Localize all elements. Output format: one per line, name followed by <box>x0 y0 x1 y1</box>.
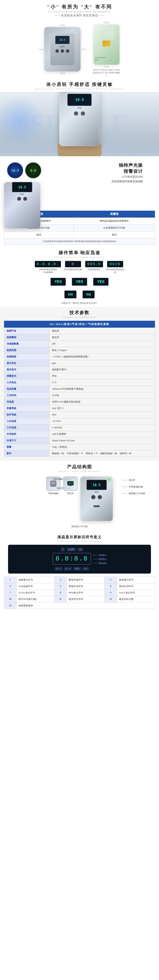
lcd-value-4: 0020 <box>110 262 121 266</box>
lcd-right-labels: 充电指示 报警指示 通道选择 <box>93 554 107 565</box>
lcd-right-label-2: 报警指示 <box>93 558 107 561</box>
alarm-btn-2[interactable] <box>23 197 27 201</box>
symbol-desc-2: 数据序续符号 <box>67 577 105 583</box>
tech-param-15: 工作温度 <box>4 418 49 425</box>
label-power-key-text: 开机键/确认键 <box>129 485 143 488</box>
symbol-desc-5: 警报开启符号 <box>67 583 105 590</box>
lcd-sym-title-cn: 液晶显示屏标识符号意义 <box>4 535 155 539</box>
tech-value-15: -10~40°C <box>49 418 155 425</box>
device-3d-btn-2[interactable] <box>81 111 85 116</box>
tech-param-11: 工作时间 <box>4 392 49 399</box>
tech-param-9: 工作电压 <box>4 379 49 386</box>
device-button-1[interactable] <box>55 49 59 53</box>
device-3d-btn-1[interactable] <box>74 111 78 116</box>
top-slogan-section: "小" 有所为 "大" 有不同 A LITTLE ACTION MAKES A … <box>0 0 159 19</box>
tech-row-6: 显示单位 ppm <box>4 360 155 366</box>
main-device-with-labels: 18.5 nhdz 指示灯 <box>80 477 113 521</box>
features-title-chinese: 体小质轻 手感舒适 按键灵敏 <box>0 81 159 88</box>
symbol-num-13: 13 <box>4 603 16 609</box>
tech-row-9: 工作电压 3.7V <box>4 379 155 386</box>
device-button-2[interactable] <box>61 49 64 53</box>
gauge-row: 18.5 0.0 <box>4 162 44 178</box>
lcd-label-2: 有充等繁琐待机功能 <box>64 268 82 271</box>
main-device-btn-2[interactable] <box>98 495 102 500</box>
device-3d-buttons <box>59 111 100 116</box>
tech-param-4: 检测范围 <box>4 347 49 354</box>
lcd-value-3: 005.0 <box>87 262 101 266</box>
lcd-item-3: 005.0 高低警报设置 <box>85 261 103 274</box>
tech-param-8: 报警形式 <box>4 373 49 379</box>
main-device-screen: 18.5 <box>87 480 107 490</box>
yes-display-1: YES <box>50 278 66 286</box>
alarm-right-content: 独特声光振 报警设计 让气体浓度在达到 高低报警值时能够迅速提醒 <box>48 162 155 187</box>
symbol-row-2: 4 USB连接符号 5 警报开启符号 6 震动开启符号 <box>4 583 155 590</box>
alarm-title-block: 独特声光振 报警设计 让气体浓度在达到 高低报警值时能够迅速提醒 <box>48 162 155 184</box>
label-power-key: 开机键/确认键 <box>121 485 145 488</box>
tech-value-6: ppm <box>49 360 155 366</box>
lcd-sym-display-container: S ALARM CH 8.8:8.8 AL-L AL-H ZERO CAL <box>52 548 91 571</box>
dim-label-card-bottom: 5.4cm <box>104 65 109 68</box>
device-button-3[interactable] <box>66 49 69 53</box>
alarm-feature-title: 独特声光振 报警设计 <box>48 162 143 174</box>
tech-row-15: 工作温度 -10~40°C <box>4 418 155 425</box>
tech-value-18: 92mm×58mm×28.5mm <box>49 438 155 444</box>
label-display-area: 显示区 <box>52 487 71 490</box>
device-screen: 18.5 <box>55 36 69 44</box>
tech-title-cn: 技术参数 <box>4 310 155 316</box>
alarm-device-container: 18.5 0.0 18.5 nhdz <box>4 162 44 208</box>
dim-label-right: 3.1cm <box>81 48 87 50</box>
device-buttons <box>50 49 74 53</box>
lcd-sym-value: 8.8:8.8 <box>55 555 88 563</box>
line-power-key <box>121 487 128 487</box>
alarm-btn-1[interactable] <box>17 197 21 201</box>
indicator-s: S <box>61 548 65 551</box>
tech-value-12: 专用5V/DC磁吸充电充电器 <box>49 399 155 405</box>
tech-row-12: 充电器 专用5V/DC磁吸充电充电器 <box>4 399 155 405</box>
no-grid: no no <box>0 289 159 300</box>
symbol-num-10: 10 <box>4 596 16 603</box>
lcd-label-1: 开机密码验证直接进入功能界面 <box>39 268 57 274</box>
gauge-left: 18.5 <box>7 162 23 178</box>
symbol-num-6: 6 <box>105 583 117 590</box>
lcd-screen-2: 0 <box>65 261 81 267</box>
dim-label-card-top: 8.5cm <box>104 21 109 24</box>
main-device-btn-1[interactable] <box>91 495 96 500</box>
tech-param-16: 工作湿度 <box>4 425 49 431</box>
led-indicator <box>108 479 110 480</box>
symbol-desc-10: 秒字符号(秒计数) <box>16 596 54 603</box>
label-data-port-text: 数据接口/开关键 <box>129 492 145 495</box>
symbol-row-5: 13 低级警报菜单 <box>4 603 155 609</box>
gauge-right: 0.0 <box>25 162 41 178</box>
lcd-alarm-labels-row: AL-L AL-H ZERO CAL <box>55 567 89 571</box>
symbol-num-7: 7 <box>4 590 16 596</box>
main-device-brand: nhdz <box>80 491 113 493</box>
lcd-right-text-3: 通道选择 <box>98 562 107 565</box>
label-indicator-led: 指示灯 <box>121 479 145 482</box>
tech-title-en: TECHNICAL PARAMETERS <box>4 316 155 318</box>
symbol-desc-3: 警报显示符号 <box>117 577 155 583</box>
alarm-device-area: 18.5 0.0 18.5 nhdz <box>4 162 44 208</box>
tech-param-10: 电池容量 <box>4 386 49 392</box>
label-indicator-led-text: 指示灯 <box>129 479 135 482</box>
indicator-alarm: ALARM <box>67 548 76 551</box>
structure-parts-row: 气体传感区 18.5 显示区 18.5 nhdz <box>0 474 159 523</box>
no-display-2: no <box>82 291 94 298</box>
tech-value-16: 5~90%RH <box>49 425 155 431</box>
slogan-chinese-desc: ——先进的安全保护 就在您身边—— <box>0 14 159 18</box>
lcd-screen-4: 0020 <box>107 261 123 267</box>
tech-param-7: 显示技术 <box>4 366 49 373</box>
lcd-value-1: 8.8.8.8. <box>37 262 59 266</box>
right-labels: 指示灯 开机键/确认键 数据接口/开关键 <box>121 477 145 495</box>
lcd-symbol-section: 液晶显示屏标识符号意义 LCD screen logo symbol meani… <box>0 531 159 613</box>
tech-row-11: 工作时间 25小时 <box>4 392 155 399</box>
alarm-cell-high-1: 蜂鸣器高频加密高周期警声 <box>74 218 155 224</box>
alarm-cell-low-3: 振动 <box>4 231 74 238</box>
no-display-1: no <box>65 291 77 298</box>
tech-value-5: < ±5%FS（低级表程使用调整范围） <box>49 354 155 360</box>
tech-value-19: 150g（含电池） <box>49 444 155 450</box>
operation-section: 操作简单 响应迅速 THE OPERATION IS SIMPLE AND QU… <box>0 247 159 307</box>
tech-value-7: 液晶数字显示 <box>49 366 155 373</box>
tech-param-3: 传感器数量 <box>4 341 49 347</box>
alarm-table-header-high: 高警报 <box>74 211 155 218</box>
structure-title-cn: 产品结构图 <box>0 464 159 470</box>
